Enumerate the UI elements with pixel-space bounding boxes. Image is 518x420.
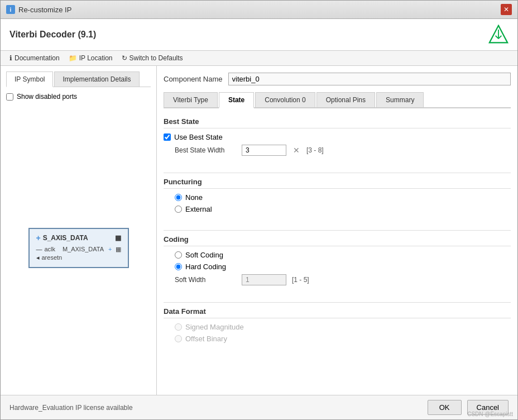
puncturing-none-label: None: [185, 193, 203, 202]
data-format-section: Data Format Signed Magnitude Offset Bina…: [164, 307, 511, 346]
license-text: Hardware_Evaluation IP license available: [9, 404, 133, 412]
tab-summary[interactable]: Summary: [376, 92, 424, 107]
puncturing-external-radio[interactable]: [175, 206, 182, 213]
refresh-icon: ↻: [122, 54, 127, 62]
signed-magnitude-row: Signed Magnitude: [175, 323, 511, 331]
left-tabs: IP Symbol Implementation Details: [6, 71, 151, 87]
coding-title: Coding: [164, 235, 511, 246]
puncturing-none-row: None: [175, 193, 511, 202]
port-aresetn-label: aresetn: [42, 254, 63, 261]
tab-convolution-0[interactable]: Convolution 0: [255, 92, 315, 107]
best-state-section: Best State Use Best State Best State Wid…: [164, 117, 511, 159]
best-state-width-row: Best State Width ✕ [3 - 8]: [175, 145, 511, 156]
tab-ip-symbol[interactable]: IP Symbol: [6, 71, 53, 87]
port-row-aresetn: ◂ aresetn: [36, 254, 121, 261]
tab-optional-pins[interactable]: Optional Pins: [316, 92, 375, 107]
info-icon: ℹ: [9, 54, 12, 62]
title-bar: i Re-customize IP ✕: [1, 1, 517, 19]
dialog-title: Re-customize IP: [18, 6, 71, 14]
puncturing-external-label: External: [185, 205, 212, 213]
use-best-state-checkbox[interactable]: [164, 133, 171, 141]
app-logo: [488, 25, 509, 45]
port-maxis-expand: +: [108, 246, 112, 252]
soft-width-range: [1 - 5]: [292, 276, 309, 284]
toolbar: ℹ Documentation 📁 IP Location ↻ Switch t…: [1, 51, 517, 66]
port-aclk-label: aclk: [45, 246, 56, 252]
soft-coding-row: Soft Coding: [175, 251, 511, 259]
config-tabs: Viterbi Type State Convolution 0 Optiona…: [164, 92, 511, 108]
soft-width-label: Soft Width: [175, 276, 236, 284]
puncturing-external-row: External: [175, 205, 511, 213]
best-state-width-label: Best State Width: [175, 146, 236, 154]
use-best-state-label: Use Best State: [174, 133, 223, 141]
show-disabled-label: Show disabled ports: [17, 93, 77, 101]
ip-expand-icon[interactable]: +: [36, 233, 41, 242]
ip-block: + S_AXIS_DATA ▦ — aclk M_AXIS_DATA + ▦: [28, 228, 129, 268]
hard-coding-radio[interactable]: [175, 263, 182, 270]
footer: Hardware_Evaluation IP license available…: [1, 395, 517, 419]
best-state-title: Best State: [164, 117, 511, 128]
switch-defaults-button[interactable]: ↻ Switch to Defaults: [122, 54, 183, 62]
ip-grid-icon: ▦: [115, 234, 121, 242]
app-header: Viterbi Decoder (9.1): [1, 19, 517, 51]
dialog-icon: i: [6, 5, 15, 14]
component-name-row: Component Name: [164, 73, 511, 85]
hard-coding-row: Hard Coding: [175, 262, 511, 271]
best-state-width-input[interactable]: [242, 145, 286, 156]
ip-location-button[interactable]: 📁 IP Location: [69, 54, 113, 62]
ip-block-name: S_AXIS_DATA: [43, 234, 88, 242]
ip-symbol-area: + S_AXIS_DATA ▦ — aclk M_AXIS_DATA + ▦: [6, 106, 151, 389]
main-content: IP Symbol Implementation Details Show di…: [1, 66, 517, 395]
port-row-aclk: — aclk M_AXIS_DATA + ▦: [36, 246, 121, 253]
puncturing-section: Puncturing None External: [164, 178, 511, 217]
title-bar-left: i Re-customize IP: [6, 5, 71, 14]
signed-magnitude-label: Signed Magnitude: [185, 323, 244, 331]
port-maxis-label: M_AXIS_DATA: [63, 246, 104, 252]
watermark: CSDN @Escapistt: [467, 411, 513, 417]
puncturing-title: Puncturing: [164, 178, 511, 189]
left-panel: IP Symbol Implementation Details Show di…: [1, 66, 157, 395]
coding-section: Coding Soft Coding Hard Coding Soft Widt…: [164, 235, 511, 289]
tab-viterbi-type[interactable]: Viterbi Type: [164, 92, 218, 107]
port-maxis-grid: ▦: [116, 246, 121, 253]
folder-icon: 📁: [69, 54, 77, 62]
offset-binary-radio[interactable]: [175, 335, 182, 342]
close-button[interactable]: ✕: [501, 4, 512, 15]
ip-block-header: + S_AXIS_DATA ▦: [36, 233, 121, 242]
port-dash-icon: —: [36, 246, 42, 252]
soft-width-input[interactable]: [242, 274, 286, 285]
best-state-width-clear[interactable]: ✕: [292, 146, 301, 155]
dialog: i Re-customize IP ✕ Viterbi Decoder (9.1…: [0, 0, 518, 420]
use-best-state-row: Use Best State: [164, 133, 511, 141]
tab-implementation-details[interactable]: Implementation Details: [54, 71, 139, 87]
puncturing-none-radio[interactable]: [175, 194, 182, 201]
show-disabled-checkbox[interactable]: [6, 93, 13, 101]
hard-coding-label: Hard Coding: [185, 262, 226, 271]
show-disabled-row: Show disabled ports: [6, 93, 151, 101]
app-title: Viterbi Decoder (9.1): [9, 30, 96, 40]
offset-binary-label: Offset Binary: [185, 335, 227, 343]
component-name-input[interactable]: [228, 73, 511, 85]
soft-coding-label: Soft Coding: [185, 251, 223, 259]
port-arrow-icon: ◂: [36, 254, 40, 261]
component-name-label: Component Name: [164, 75, 223, 83]
ip-block-ports: — aclk M_AXIS_DATA + ▦ ◂ aresetn: [36, 246, 121, 261]
signed-magnitude-radio[interactable]: [175, 323, 182, 331]
soft-coding-radio[interactable]: [175, 251, 182, 259]
soft-width-row: Soft Width [1 - 5]: [175, 274, 511, 285]
offset-binary-row: Offset Binary: [175, 335, 511, 343]
best-state-width-range: [3 - 8]: [306, 146, 324, 154]
right-panel: Component Name Viterbi Type State Convol…: [157, 66, 517, 395]
data-format-title: Data Format: [164, 307, 511, 318]
documentation-button[interactable]: ℹ Documentation: [9, 54, 60, 62]
ok-button[interactable]: OK: [428, 400, 462, 415]
tab-state[interactable]: State: [219, 92, 254, 108]
